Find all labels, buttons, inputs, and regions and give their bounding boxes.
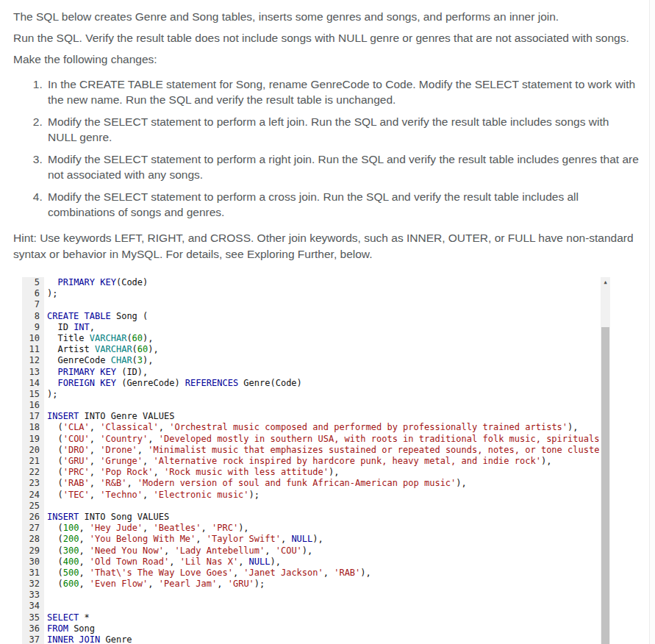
code-line-text: (400, 'Old Town Road', 'Lil Nas X', NULL… — [44, 557, 610, 568]
code-line[interactable]: 35SELECT * — [22, 612, 610, 623]
code-line-text: ('RAB', 'R&B', 'Modern version of soul a… — [44, 478, 610, 489]
line-number: 17 — [22, 411, 44, 422]
line-number: 24 — [22, 490, 44, 501]
code-line[interactable]: 17INSERT INTO Genre VALUES — [22, 411, 610, 422]
code-lines[interactable]: 5 PRIMARY KEY(Code)6);78CREATE TABLE Son… — [22, 277, 610, 644]
page-scrollbar-gutter — [649, 0, 655, 644]
line-number: 27 — [22, 523, 44, 534]
change-item-3: Modify the SELECT statement to perform a… — [46, 151, 640, 182]
line-number: 30 — [22, 557, 44, 568]
line-number: 12 — [22, 355, 44, 366]
line-number: 23 — [22, 478, 44, 489]
code-line-text: INNER JOIN Genre — [44, 634, 610, 644]
code-line[interactable]: 22 ('PRC', 'Pop Rock', 'Rock music with … — [22, 467, 610, 478]
code-line-text: FOREIGN KEY (GenreCode) REFERENCES Genre… — [44, 378, 610, 389]
line-number: 33 — [22, 590, 44, 601]
code-line[interactable]: 11 Artist VARCHAR(60), — [22, 344, 610, 355]
code-line[interactable]: 31 (500, 'That\'s The Way Love Goes', 'J… — [22, 568, 610, 579]
code-line[interactable]: 26INSERT INTO Song VALUES — [22, 512, 610, 523]
code-line[interactable]: 5 PRIMARY KEY(Code) — [22, 277, 610, 288]
code-line[interactable]: 23 ('RAB', 'R&B', 'Modern version of sou… — [22, 478, 610, 489]
line-number: 29 — [22, 545, 44, 557]
code-line[interactable]: 14 FOREIGN KEY (GenreCode) REFERENCES Ge… — [22, 378, 610, 389]
code-line-text: CREATE TABLE Song ( — [44, 311, 610, 322]
code-line-text — [44, 590, 610, 601]
line-number: 34 — [22, 601, 44, 612]
scroll-up-icon[interactable]: ▲ — [601, 277, 610, 287]
code-line-text: ); — [44, 389, 610, 400]
line-number: 25 — [22, 501, 44, 512]
code-line[interactable]: 24 ('TEC', 'Techno', 'Electronic music')… — [22, 490, 610, 501]
vertical-scrollbar-thumb[interactable] — [601, 327, 609, 644]
code-line-text: (300, 'Need You Now', 'Lady Antebellum',… — [44, 545, 610, 557]
sql-code-editor[interactable]: 5 PRIMARY KEY(Code)6);78CREATE TABLE Son… — [22, 277, 610, 644]
code-line[interactable]: 34 — [22, 601, 610, 612]
code-line[interactable]: 16 — [22, 400, 610, 411]
code-line[interactable]: 27 (100, 'Hey Jude', 'Beatles', 'PRC'), — [22, 523, 610, 534]
code-line[interactable]: 6); — [22, 288, 610, 299]
line-number: 35 — [22, 612, 44, 623]
code-line-text — [44, 400, 610, 411]
code-line[interactable]: 15); — [22, 389, 610, 400]
code-line[interactable]: 29 (300, 'Need You Now', 'Lady Antebellu… — [22, 545, 610, 557]
code-line[interactable]: 13 PRIMARY KEY (ID), — [22, 367, 610, 378]
line-number: 10 — [22, 333, 44, 344]
code-line-text: ('DRO', 'Drone', 'Minimalist music that … — [44, 445, 610, 456]
code-line-text — [44, 601, 610, 612]
code-line-text: ('TEC', 'Techno', 'Electronic music'); — [44, 490, 610, 501]
code-line-text: SELECT * — [44, 612, 610, 623]
code-line-text: FROM Song — [44, 623, 610, 634]
change-item-4: Modify the SELECT statement to perform a… — [46, 189, 640, 220]
intro-paragraph: The SQL below creates Genre and Song tab… — [13, 9, 640, 25]
change-item-1: In the CREATE TABLE statement for Song, … — [46, 76, 640, 107]
code-line-text: (500, 'That\'s The Way Love Goes', 'Jane… — [44, 568, 610, 579]
code-line-text: ('COU', 'Country', 'Developed mostly in … — [44, 434, 610, 445]
line-number: 36 — [22, 623, 44, 634]
code-line[interactable]: 8CREATE TABLE Song ( — [22, 311, 610, 322]
line-number: 15 — [22, 389, 44, 400]
code-line[interactable]: 36FROM Song — [22, 623, 610, 634]
code-line-text: PRIMARY KEY (ID), — [44, 367, 610, 378]
line-number: 28 — [22, 534, 44, 545]
code-line[interactable]: 19 ('COU', 'Country', 'Developed mostly … — [22, 434, 610, 445]
code-line[interactable]: 32 (600, 'Even Flow', 'Pearl Jam', 'GRU'… — [22, 579, 610, 590]
code-line-text: ID INT, — [44, 322, 610, 333]
line-number: 13 — [22, 367, 44, 378]
code-line-text: ('CLA', 'Classical', 'Orchestral music c… — [44, 422, 610, 433]
hint-paragraph: Hint: Use keywords LEFT, RIGHT, and CROS… — [13, 230, 640, 262]
code-line[interactable]: 33 — [22, 590, 610, 601]
line-number: 5 — [22, 277, 44, 288]
code-line-text: ('PRC', 'Pop Rock', 'Rock music with les… — [44, 467, 610, 478]
code-line[interactable]: 10 Title VARCHAR(60), — [22, 333, 610, 344]
code-line-text: PRIMARY KEY(Code) — [44, 277, 610, 288]
line-number: 6 — [22, 288, 44, 299]
code-line[interactable]: 20 ('DRO', 'Drone', 'Minimalist music th… — [22, 445, 610, 456]
code-line[interactable]: 25 — [22, 501, 610, 512]
code-line-text: INSERT INTO Song VALUES — [44, 512, 610, 523]
code-line[interactable]: 28 (200, 'You Belong With Me', 'Taylor S… — [22, 534, 610, 545]
line-number: 19 — [22, 434, 44, 445]
line-number: 11 — [22, 344, 44, 355]
code-line-text: GenreCode CHAR(3), — [44, 355, 610, 366]
line-number: 18 — [22, 422, 44, 433]
code-line-text — [44, 501, 610, 512]
vertical-scrollbar[interactable]: ▲ ▼ — [601, 277, 610, 644]
code-line[interactable]: 12 GenreCode CHAR(3), — [22, 355, 610, 366]
line-number: 9 — [22, 322, 44, 333]
code-line-text: INSERT INTO Genre VALUES — [44, 411, 610, 422]
code-line[interactable]: 21 ('GRU', 'Grunge', 'Alternative rock i… — [22, 456, 610, 467]
code-line[interactable]: 37INNER JOIN Genre — [22, 634, 610, 644]
line-number: 16 — [22, 400, 44, 411]
line-number: 31 — [22, 568, 44, 579]
line-number: 7 — [22, 299, 44, 310]
code-line-text: (100, 'Hey Jude', 'Beatles', 'PRC'), — [44, 523, 610, 534]
code-line-text: (600, 'Even Flow', 'Pearl Jam', 'GRU'); — [44, 579, 610, 590]
code-line[interactable]: 30 (400, 'Old Town Road', 'Lil Nas X', N… — [22, 557, 610, 568]
code-line-text: ); — [44, 288, 610, 299]
code-line[interactable]: 18 ('CLA', 'Classical', 'Orchestral musi… — [22, 422, 610, 433]
line-number: 26 — [22, 512, 44, 523]
code-line-text: Title VARCHAR(60), — [44, 333, 610, 344]
line-number: 32 — [22, 579, 44, 590]
code-line[interactable]: 9 ID INT, — [22, 322, 610, 333]
code-line[interactable]: 7 — [22, 299, 610, 310]
